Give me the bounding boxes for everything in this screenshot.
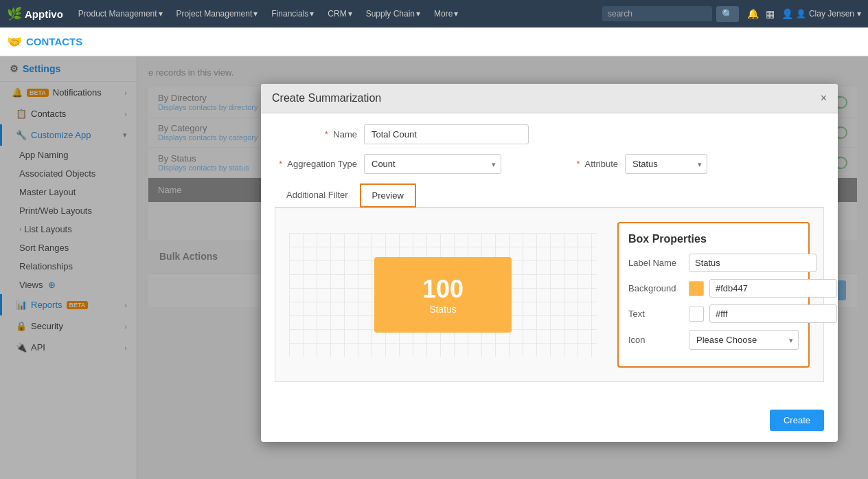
icon-select[interactable]: Please Choose <box>689 330 799 350</box>
background-color-row: Background <box>628 279 799 298</box>
nav-icons: 🔔 ▦ 👤 <box>747 8 793 19</box>
icon-select-wrap: Please Choose <box>689 330 799 350</box>
logo-leaf-icon: 🌿 <box>7 6 22 21</box>
summary-label: Status <box>429 304 457 315</box>
preview-area: 100 Status Box Properties Label Name Bac… <box>275 208 824 382</box>
text-color-row: Text <box>628 304 799 323</box>
search-button[interactable]: 🔍 <box>716 6 739 22</box>
nav-product-management[interactable]: Product Management ▾ <box>73 0 168 27</box>
sub-header: 🤝 CONTACTS <box>0 27 868 56</box>
search-bar: 🔍 <box>602 6 739 22</box>
text-hex-input[interactable] <box>709 304 837 323</box>
nav-project-management[interactable]: Project Management ▾ <box>171 0 264 27</box>
modal-header: Create Summarization × <box>261 84 838 113</box>
background-color-swatch[interactable] <box>689 281 704 296</box>
required-indicator: * <box>279 159 282 169</box>
box-properties-title: Box Properties <box>628 233 799 245</box>
nav-financials[interactable]: Financials ▾ <box>266 0 319 27</box>
user-menu[interactable]: 👤 Clay Jensen ▾ <box>796 9 861 19</box>
search-input[interactable] <box>602 6 712 21</box>
box-properties-panel: Box Properties Label Name Background Tex… <box>617 222 810 368</box>
modal-create-button[interactable]: Create <box>770 410 824 431</box>
text-color-swatch[interactable] <box>689 307 704 322</box>
background-hex-input[interactable] <box>709 279 837 298</box>
preview-grid: 100 Status <box>289 233 597 357</box>
create-summarization-modal: Create Summarization × * Name * Aggregat… <box>261 84 838 442</box>
summary-box: 100 Status <box>374 257 512 333</box>
nav-more[interactable]: More ▾ <box>429 0 464 27</box>
name-input[interactable] <box>364 124 529 144</box>
required-indicator: * <box>325 129 328 140</box>
modal-footer: Create <box>261 403 838 442</box>
aggregation-attribute-row: * Aggregation Type Count * Attribute Sta… <box>275 154 824 174</box>
top-navigation: 🌿 Apptivo Product Management ▾ Project M… <box>0 0 868 27</box>
modal-title: Create Summarization <box>272 92 381 104</box>
summary-count: 100 <box>422 275 464 304</box>
icon-row: Icon Please Choose <box>628 330 799 350</box>
grid-icon[interactable]: ▦ <box>766 8 775 19</box>
app-logo[interactable]: 🌿 Apptivo <box>7 6 63 21</box>
bell-icon[interactable]: 🔔 <box>747 8 759 19</box>
modal-body: * Name * Aggregation Type Count * Attrib… <box>261 113 838 403</box>
attribute-select[interactable]: Status <box>625 154 707 174</box>
required-indicator: * <box>577 159 580 169</box>
avatar-icon: 👤 <box>796 9 806 19</box>
label-name-input[interactable] <box>689 254 816 272</box>
attribute-select-wrap: Status <box>625 154 707 174</box>
contacts-icon: 🤝 <box>7 34 22 49</box>
main-layout: ⚙ Settings 🔔 BETA Notifications › 📋 Cont… <box>0 56 868 479</box>
tab-additional-filter[interactable]: Additional Filter <box>275 183 360 207</box>
tab-preview[interactable]: Preview <box>360 183 416 208</box>
label-name-row: Label Name <box>628 254 799 272</box>
nav-crm[interactable]: CRM ▾ <box>322 0 357 27</box>
user-icon[interactable]: 👤 <box>781 8 793 19</box>
aggregation-type-select-wrap: Count <box>364 154 501 174</box>
app-title: 🤝 CONTACTS <box>7 34 82 49</box>
nav-supply-chain[interactable]: Supply Chain ▾ <box>361 0 426 27</box>
name-field-row: * Name <box>275 124 824 144</box>
modal-tabs: Additional Filter Preview <box>275 183 824 208</box>
aggregation-type-select[interactable]: Count <box>364 154 501 174</box>
modal-close-button[interactable]: × <box>821 92 827 104</box>
